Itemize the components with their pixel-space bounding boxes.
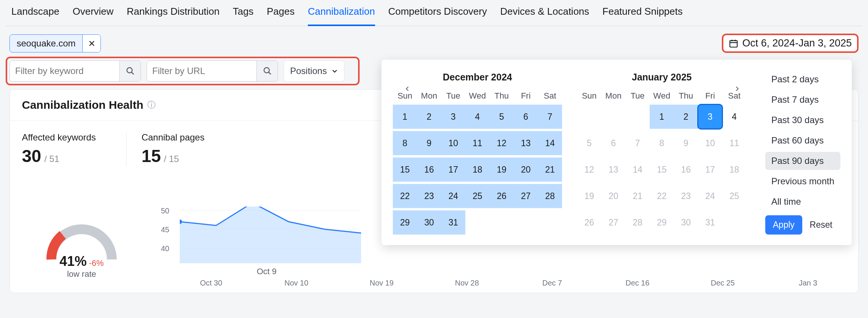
keyword-search-button[interactable] [119,61,141,81]
calendar-day[interactable]: 28 [538,184,562,208]
positions-label: Positions [290,66,327,76]
tab-competitors-discovery[interactable]: Competitors Discovery [388,6,487,21]
positions-dropdown[interactable]: Positions [284,60,344,82]
preset-past-2-days[interactable]: Past 2 days [765,70,840,88]
calendar-day[interactable]: 14 [626,157,650,182]
calendar-day[interactable]: 14 [538,131,562,155]
calendar-day[interactable]: 9 [674,131,698,155]
calendar-day[interactable]: 25 [465,184,490,208]
calendar-day[interactable]: 10 [441,131,465,155]
calendar-day[interactable]: 23 [674,184,698,208]
calendar-day[interactable]: 3 [698,105,722,129]
url-filter[interactable] [147,60,278,82]
calendar-day[interactable]: 4 [465,105,490,129]
reset-button[interactable]: Reset [810,220,832,230]
calendar-day[interactable]: 8 [650,131,674,155]
calendar-day[interactable]: 1 [393,105,417,129]
calendar-day[interactable]: 26 [577,210,601,235]
calendar-day[interactable]: 20 [601,184,626,208]
calendar-day[interactable]: 26 [490,184,514,208]
calendar-day[interactable]: 13 [601,157,626,182]
daterange-label: Oct 6, 2024-Jan 3, 2025 [742,37,852,49]
tab-devices-locations[interactable]: Devices & Locations [500,6,589,21]
calendar-day[interactable]: 27 [601,210,626,235]
preset-past-60-days[interactable]: Past 60 days [765,131,840,150]
calendar-day[interactable]: 19 [577,184,601,208]
calendar-day[interactable]: 13 [514,131,538,155]
calendar-day[interactable]: 31 [698,210,722,235]
calendar-day[interactable]: 2 [674,105,698,129]
calendar-day[interactable]: 12 [490,131,514,155]
tab-featured-snippets[interactable]: Featured Snippets [602,6,683,21]
affected-keywords-stat: Affected keywords 30/ 51 [22,132,111,166]
calendar-day[interactable]: 16 [417,157,441,182]
calendar-day[interactable]: 18 [722,157,746,182]
calendar-day[interactable]: 9 [417,131,441,155]
calendar-day[interactable]: 7 [538,105,562,129]
tab-overview[interactable]: Overview [73,6,113,21]
calendar-day[interactable]: 15 [650,157,674,182]
keyword-input[interactable] [10,61,119,81]
calendar-day[interactable]: 6 [601,131,626,155]
apply-button[interactable]: Apply [765,215,802,235]
timeline-tick: Nov 19 [339,279,425,287]
preset-past-30-days[interactable]: Past 30 days [765,111,840,129]
calendar-day[interactable]: 21 [538,157,562,182]
calendar-day[interactable]: 7 [626,131,650,155]
preset-past-90-days[interactable]: Past 90 days [765,152,840,170]
calendar-day[interactable]: 8 [393,131,417,155]
domain-chip[interactable]: seoquake.com [9,34,101,52]
calendar-day[interactable]: 16 [674,157,698,182]
calendar-day[interactable]: 4 [722,105,746,129]
calendar-next-button[interactable] [731,83,743,94]
calendar-day[interactable]: 1 [650,105,674,129]
preset-all-time[interactable]: All time [765,193,840,211]
tab-rankings-distribution[interactable]: Rankings Distribution [127,6,220,21]
calendar-prev-button[interactable] [402,83,413,94]
calendar-day[interactable]: 28 [626,210,650,235]
calendar-day[interactable]: 29 [393,210,417,235]
calendar-day[interactable]: 25 [722,184,746,208]
calendar-day[interactable]: 5 [490,105,514,129]
tab-pages[interactable]: Pages [267,6,295,21]
calendar-day[interactable]: 15 [393,157,417,182]
calendar-day[interactable]: 17 [441,157,465,182]
preset-past-7-days[interactable]: Past 7 days [765,91,840,109]
tab-landscape[interactable]: Landscape [11,6,59,21]
calendar-day[interactable]: 11 [722,131,746,155]
info-icon[interactable]: ⓘ [147,99,156,111]
calendar-day[interactable]: 30 [417,210,441,235]
calendar-day[interactable]: 19 [490,157,514,182]
calendar-day[interactable]: 27 [514,184,538,208]
calendar-day[interactable]: 22 [650,184,674,208]
calendar-day[interactable]: 12 [577,157,601,182]
calendar-day[interactable]: 30 [674,210,698,235]
calendar-day[interactable]: 21 [626,184,650,208]
calendar-day[interactable]: 29 [650,210,674,235]
calendar-day[interactable]: 18 [465,157,490,182]
preset-previous-month[interactable]: Previous month [765,172,840,190]
calendar-day[interactable]: 31 [441,210,465,235]
calendar-day[interactable]: 6 [514,105,538,129]
calendar-day[interactable]: 17 [698,157,722,182]
url-search-button[interactable] [256,61,278,81]
tab-cannibalization[interactable]: Cannibalization [308,6,375,26]
calendar-day[interactable]: 24 [698,184,722,208]
tab-tags[interactable]: Tags [233,6,253,21]
card-title: Cannibalization Health [22,99,144,111]
calendar-day[interactable]: 24 [441,184,465,208]
timeline-tick: Dec 16 [595,279,680,287]
chip-close-button[interactable] [82,35,100,52]
daterange-button[interactable]: Oct 6, 2024-Jan 3, 2025 [722,34,859,53]
search-icon [263,66,272,76]
calendar-day[interactable]: 10 [698,131,722,155]
calendar-day[interactable]: 11 [465,131,490,155]
calendar-day[interactable]: 5 [577,131,601,155]
calendar-day[interactable]: 3 [441,105,465,129]
keyword-filter[interactable] [9,60,141,82]
calendar-day[interactable]: 22 [393,184,417,208]
calendar-day[interactable]: 20 [514,157,538,182]
url-input[interactable] [147,61,256,81]
calendar-day[interactable]: 2 [417,105,441,129]
calendar-day[interactable]: 23 [417,184,441,208]
